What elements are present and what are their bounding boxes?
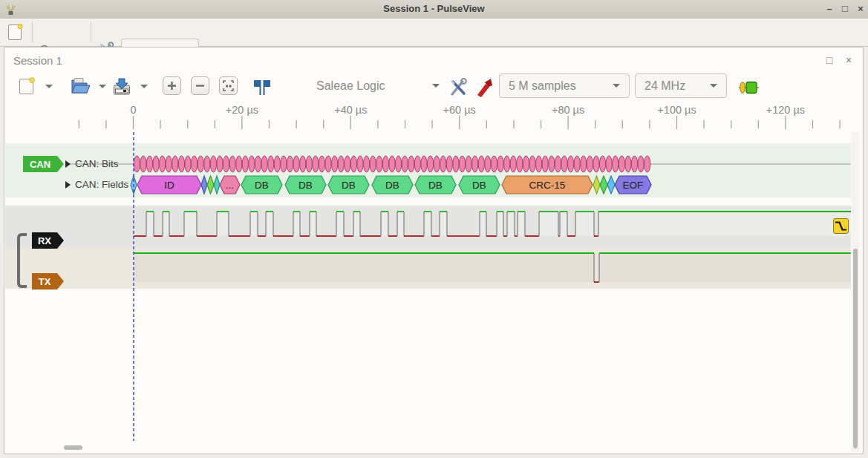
new-file-button[interactable] bbox=[18, 74, 53, 98]
subwindow-restore-button[interactable]: □ bbox=[823, 53, 836, 67]
decoder-icon bbox=[738, 79, 760, 96]
trigger-falling-edge-badge[interactable] bbox=[833, 218, 849, 234]
device-select-arrow-icon bbox=[432, 84, 440, 88]
new-file-icon bbox=[18, 76, 36, 96]
plus-icon bbox=[167, 81, 177, 91]
show-cursors-button[interactable] bbox=[252, 76, 272, 99]
channels-button[interactable] bbox=[475, 76, 493, 99]
channel-tag-tx[interactable]: TX bbox=[32, 273, 64, 289]
decoder-tag-can[interactable]: CAN bbox=[23, 156, 64, 172]
falling-edge-icon bbox=[834, 219, 848, 233]
zoom-in-button[interactable] bbox=[163, 76, 181, 95]
zoom-fit-button[interactable] bbox=[219, 76, 238, 95]
close-button[interactable]: × bbox=[854, 2, 867, 16]
sample-rate-value: 24 MHz bbox=[645, 79, 685, 93]
zoom-fit-icon bbox=[223, 80, 234, 91]
decoder-band bbox=[5, 143, 851, 197]
open-folder-icon bbox=[70, 76, 91, 96]
os-titlebar[interactable]: Session 1 - PulseView – □ × bbox=[0, 0, 868, 19]
decoder-row-label[interactable]: CAN: Fields bbox=[75, 179, 128, 190]
wrench-icon bbox=[448, 78, 468, 97]
new-session-icon[interactable] bbox=[7, 23, 24, 42]
horizontal-scrollbar-thumb[interactable] bbox=[64, 445, 82, 450]
vertical-scrollbar-thumb[interactable] bbox=[853, 249, 858, 448]
sample-rate-select[interactable]: 24 MHz bbox=[635, 73, 727, 98]
save-button[interactable] bbox=[111, 74, 148, 98]
window-title: Session 1 - PulseView bbox=[0, 3, 868, 14]
sample-rate-arrow-icon bbox=[710, 84, 717, 88]
probe-icon bbox=[475, 78, 493, 97]
subwindow-close-button[interactable]: × bbox=[842, 53, 855, 67]
add-decoder-button[interactable] bbox=[738, 76, 760, 99]
configure-device-button[interactable] bbox=[448, 76, 468, 99]
pulseview-window: Session 1 - PulseView – □ × Run Session … bbox=[0, 0, 868, 458]
sample-count-arrow-icon bbox=[613, 84, 620, 88]
save-icon bbox=[111, 76, 132, 96]
expander-icon[interactable] bbox=[65, 160, 71, 168]
channel-tag-rx[interactable]: RX bbox=[32, 232, 64, 249]
sample-count-select[interactable]: 5 M samples bbox=[499, 73, 630, 98]
device-select[interactable]: Saleae Logic bbox=[316, 73, 440, 98]
open-dropdown-icon[interactable] bbox=[99, 85, 106, 88]
toolbar-separator bbox=[32, 22, 33, 42]
main-toolbar: Run Session 1 × bbox=[0, 19, 868, 47]
zoom-out-button[interactable] bbox=[191, 76, 209, 95]
rx-band bbox=[5, 206, 851, 247]
device-select-value: Saleae Logic bbox=[316, 79, 385, 93]
open-button[interactable] bbox=[70, 74, 106, 98]
decoder-row-label[interactable]: CAN: Bits bbox=[75, 158, 119, 169]
save-dropdown-icon[interactable] bbox=[140, 85, 148, 88]
decoder-source-bracket bbox=[17, 233, 27, 288]
expander-icon[interactable] bbox=[65, 181, 71, 189]
sample-count-value: 5 M samples bbox=[509, 79, 576, 93]
minus-icon bbox=[195, 81, 205, 91]
tx-band bbox=[5, 247, 851, 289]
minimize-button[interactable]: – bbox=[823, 2, 836, 16]
cursors-flags-icon bbox=[252, 78, 272, 97]
toolbar-separator bbox=[91, 22, 91, 42]
new-file-dropdown-icon[interactable] bbox=[45, 85, 53, 88]
maximize-button[interactable]: □ bbox=[838, 2, 852, 16]
session-title: Session 1 bbox=[13, 54, 62, 67]
